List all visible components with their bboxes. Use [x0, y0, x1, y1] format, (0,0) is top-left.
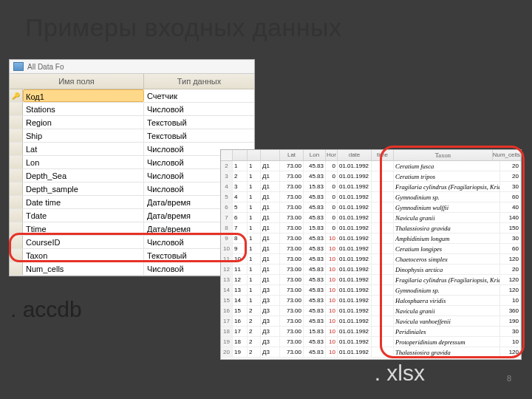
cell[interactable]: 10	[326, 337, 338, 347]
cell-taxon[interactable]: Gymnodinium wulffii	[394, 202, 500, 212]
cell[interactable]: 45.83	[304, 265, 326, 274]
cell[interactable]: 14	[221, 285, 233, 295]
cell[interactable]: 45.83	[304, 347, 326, 357]
cell[interactable]: 10	[500, 296, 521, 305]
row-gutter[interactable]: 🔑	[10, 89, 23, 102]
cell[interactable]: 10	[326, 285, 338, 295]
cell[interactable]: 2	[221, 161, 233, 171]
cell[interactable]: 45.83	[304, 316, 326, 326]
cell[interactable]: 01.01.1992	[338, 161, 372, 171]
cell[interactable]: 73.00	[280, 171, 304, 181]
cell[interactable]: 45.83	[304, 202, 326, 212]
field-name-cell[interactable]: Ship	[23, 129, 144, 142]
cell[interactable]: 5	[233, 202, 248, 212]
field-name-cell[interactable]: Depth_sample	[23, 183, 144, 195]
cell[interactable]: 01.01.1992	[338, 347, 372, 357]
field-name-cell[interactable]: Lat	[23, 143, 144, 155]
cell-taxon[interactable]: Gymnodinium sp.	[394, 285, 500, 295]
cell[interactable]: 1	[248, 171, 261, 181]
cell[interactable]: 73.00	[280, 285, 304, 295]
row-gutter[interactable]	[10, 129, 23, 142]
cell[interactable]: 1	[248, 223, 261, 233]
cell[interactable]: 4	[221, 182, 233, 191]
cell[interactable]: 30	[500, 182, 521, 191]
cell[interactable]	[372, 254, 394, 264]
cell[interactable]: 73.00	[280, 265, 304, 274]
field-name-cell[interactable]: Stations	[23, 103, 144, 115]
row-gutter[interactable]	[10, 143, 23, 155]
cell[interactable]	[372, 337, 394, 347]
cell[interactable]: 2	[248, 327, 261, 336]
cell[interactable]	[372, 244, 394, 253]
cell[interactable]: 15.83	[304, 327, 326, 336]
cell[interactable]: 360	[500, 306, 521, 316]
cell[interactable]: 0	[326, 161, 338, 171]
cell[interactable]: 01.01.1992	[338, 171, 372, 181]
cell[interactable]: 73.00	[280, 347, 304, 357]
excel-row[interactable]: 651Д173.0045.83001.01.1992Gymnodinium wu…	[221, 202, 521, 213]
excel-row[interactable]: 11101Д173.0045.831001.01.1992Chaetoceros…	[221, 254, 521, 265]
cell[interactable]: 1	[248, 254, 261, 264]
cell[interactable]: 15.83	[304, 223, 326, 233]
cell[interactable]: 1	[248, 192, 261, 202]
cell[interactable]	[372, 316, 394, 326]
cell[interactable]: 01.01.1992	[338, 192, 372, 202]
cell[interactable]: Д1	[261, 223, 280, 233]
cell[interactable]: 45.83	[304, 161, 326, 171]
field-name-cell[interactable]: Date time	[23, 196, 144, 208]
cell[interactable]: 0	[326, 182, 338, 191]
cell[interactable]: 01.01.1992	[338, 306, 372, 316]
cell[interactable]: 8	[233, 233, 248, 243]
cell[interactable]	[372, 192, 394, 202]
cell[interactable]: 60	[500, 244, 521, 253]
cell[interactable]	[372, 161, 394, 171]
cell[interactable]	[372, 265, 394, 274]
cell[interactable]: 8	[221, 223, 233, 233]
cell[interactable]: 01.01.1992	[338, 254, 372, 264]
cell[interactable]: 45.83	[304, 285, 326, 295]
cell[interactable]: 20	[500, 161, 521, 171]
field-name-cell[interactable]: Ttime	[23, 222, 144, 235]
cell-taxon[interactable]: Ceratium tripos	[394, 171, 500, 181]
cell[interactable]: 1	[233, 161, 248, 171]
cell[interactable]: 6	[233, 213, 248, 222]
excel-row[interactable]: 761Д173.0045.83001.01.1992Navicula grani…	[221, 213, 521, 223]
field-type-cell[interactable]: Текстовый	[144, 129, 254, 142]
cell[interactable]: 73.00	[280, 223, 304, 233]
cell[interactable]: 15	[233, 306, 248, 316]
cell[interactable]: 13	[233, 285, 248, 295]
cell[interactable]: Д3	[261, 337, 280, 347]
cell[interactable]: 73.00	[280, 161, 304, 171]
access-field-row[interactable]: CourseIDЧисловой	[10, 236, 254, 249]
cell[interactable]: 1	[248, 296, 261, 305]
cell[interactable]: Д1	[261, 192, 280, 202]
cell[interactable]: 6	[221, 202, 233, 212]
cell[interactable]	[372, 285, 394, 295]
cell[interactable]: 2	[233, 171, 248, 181]
field-name-cell[interactable]: Depth_Sea	[23, 169, 144, 182]
cell[interactable]: 14	[233, 296, 248, 305]
excel-row[interactable]: 14131Д373.0045.831001.01.1992Gymnodinium…	[221, 285, 521, 296]
cell[interactable]: 10	[326, 327, 338, 336]
cell[interactable]: Д1	[261, 161, 280, 171]
cell[interactable]: 150	[500, 223, 521, 233]
cell[interactable]: 17	[233, 327, 248, 336]
excel-row[interactable]: 541Д173.0045.83001.01.1992Gymnodinium sp…	[221, 192, 521, 202]
excel-row[interactable]: 321Д173.0045.83001.01.1992Ceratium tripo…	[221, 171, 521, 182]
excel-row[interactable]: 981Д173.0045.831001.01.1992Amphidinium l…	[221, 233, 521, 244]
access-field-row[interactable]: TaxonТекстовый	[10, 249, 254, 262]
cell[interactable]: 01.01.1992	[338, 337, 372, 347]
cell-taxon[interactable]: Amphidinium longum	[394, 233, 500, 243]
cell-taxon[interactable]: Ceratium longipes	[394, 244, 500, 253]
field-type-cell[interactable]: Текстовый	[144, 116, 254, 129]
cell-taxon[interactable]: Thalassiosira gravida	[394, 223, 500, 233]
cell[interactable]: 01.01.1992	[338, 182, 372, 191]
field-type-cell[interactable]: Числовой	[144, 103, 254, 115]
cell[interactable]: 01.01.1992	[338, 296, 372, 305]
cell[interactable]: 2	[248, 347, 261, 357]
cell[interactable]: 10	[326, 275, 338, 284]
cell-taxon[interactable]: Thalassiosira gravida	[394, 347, 500, 357]
excel-row[interactable]: 13121Д173.0045.831001.01.1992Fragilaria …	[221, 275, 521, 285]
row-gutter[interactable]	[10, 222, 23, 235]
cell[interactable]: 45.83	[304, 337, 326, 347]
